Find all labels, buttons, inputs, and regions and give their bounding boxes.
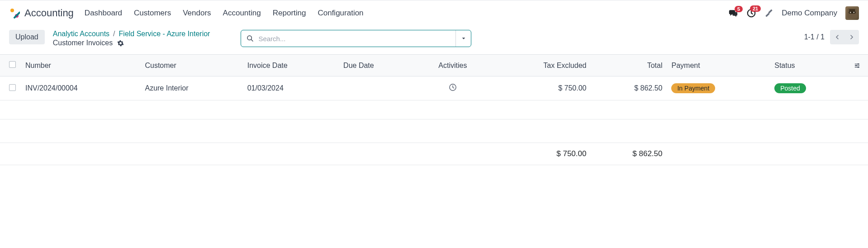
- search-icon: [247, 35, 254, 42]
- wrench-icon: [764, 9, 773, 18]
- status-badge: Posted: [774, 83, 806, 93]
- search-dropdown-toggle[interactable]: [455, 30, 471, 47]
- cell-invoice-date: 01/03/2024: [243, 76, 339, 100]
- breadcrumb-field-service[interactable]: Field Service - Azure Interior: [119, 30, 210, 38]
- svg-line-10: [251, 39, 253, 41]
- upload-button[interactable]: Upload: [9, 30, 45, 44]
- main-nav: Dashboard Customers Vendors Accounting R…: [85, 9, 364, 18]
- caret-down-icon: [461, 36, 466, 41]
- select-all-checkbox[interactable]: [9, 61, 16, 68]
- gear-icon: [117, 40, 124, 47]
- cell-tax-excluded: $ 750.00: [489, 76, 591, 100]
- topbar-right: 5 21 Demo Company: [728, 6, 859, 20]
- breadcrumb-analytic-accounts[interactable]: Analytic Accounts: [53, 30, 109, 38]
- col-invoice-date[interactable]: Invoice Date: [243, 55, 339, 76]
- app-name[interactable]: Accounting: [24, 7, 74, 19]
- topbar: Accounting Dashboard Customers Vendors A…: [0, 0, 868, 25]
- invoices-table: Number Customer Invoice Date Due Date Ac…: [0, 54, 868, 165]
- pager-text[interactable]: 1-1 / 1: [804, 33, 825, 41]
- col-customer[interactable]: Customer: [140, 55, 242, 76]
- page-title: Customer Invoices: [53, 39, 113, 47]
- svg-point-6: [850, 11, 851, 13]
- svg-point-7: [853, 11, 854, 13]
- cell-due-date: [339, 76, 416, 100]
- app-logo[interactable]: [9, 8, 20, 19]
- company-selector[interactable]: Demo Company: [782, 9, 837, 18]
- user-avatar[interactable]: [845, 6, 859, 20]
- nav-dashboard[interactable]: Dashboard: [85, 9, 122, 18]
- payment-badge: In Payment: [671, 83, 715, 93]
- settings-button[interactable]: [117, 40, 124, 47]
- col-due-date[interactable]: Due Date: [339, 55, 416, 76]
- col-activities[interactable]: Activities: [416, 55, 489, 76]
- breadcrumb-separator: /: [113, 30, 115, 38]
- table-row[interactable]: INV/2024/00004 Azure Interior 01/03/2024…: [0, 76, 868, 100]
- breadcrumb: Analytic Accounts / Field Service - Azur…: [53, 30, 210, 47]
- row-checkbox[interactable]: [9, 84, 16, 91]
- svg-point-14: [858, 63, 859, 65]
- svg-point-0: [10, 9, 14, 12]
- nav-reporting[interactable]: Reporting: [273, 9, 306, 18]
- col-total[interactable]: Total: [591, 55, 667, 76]
- col-number[interactable]: Number: [21, 55, 140, 76]
- spacer-row: [0, 100, 868, 119]
- pager-next-button[interactable]: [844, 30, 859, 44]
- total-total: $ 862.50: [591, 143, 667, 165]
- cell-activities[interactable]: [416, 76, 489, 100]
- col-status[interactable]: Status: [770, 55, 849, 76]
- chevron-right-icon: [849, 34, 854, 40]
- svg-rect-8: [849, 9, 855, 11]
- activities-button[interactable]: 21: [746, 8, 756, 18]
- tools-button[interactable]: [764, 9, 773, 18]
- svg-point-16: [858, 67, 859, 68]
- cell-customer: Azure Interior: [140, 76, 242, 100]
- activities-badge: 21: [750, 5, 761, 12]
- pager: 1-1 / 1: [804, 30, 859, 44]
- search-box: [241, 30, 471, 47]
- svg-rect-5: [849, 11, 855, 13]
- avatar-icon: [846, 7, 858, 19]
- cell-status: Posted: [770, 76, 849, 100]
- pager-prev-button[interactable]: [830, 30, 844, 44]
- clock-icon: [448, 83, 457, 92]
- messages-button[interactable]: 5: [728, 9, 738, 18]
- messages-badge: 5: [735, 6, 743, 12]
- chevron-left-icon: [835, 34, 840, 40]
- nav-vendors[interactable]: Vendors: [183, 9, 211, 18]
- control-bar: Upload Analytic Accounts / Field Service…: [0, 25, 868, 54]
- svg-point-15: [855, 65, 857, 66]
- nav-configuration[interactable]: Configuration: [318, 9, 363, 18]
- col-options[interactable]: [849, 55, 868, 76]
- nav-customers[interactable]: Customers: [134, 9, 171, 18]
- cell-number: INV/2024/00004: [21, 76, 140, 100]
- col-tax-excluded[interactable]: Tax Excluded: [489, 55, 591, 76]
- search-input[interactable]: [258, 35, 450, 43]
- sliders-icon: [854, 62, 861, 69]
- spacer-row: [0, 119, 868, 143]
- total-tax-excluded: $ 750.00: [489, 143, 591, 165]
- cell-payment: In Payment: [667, 76, 770, 100]
- totals-row: $ 750.00 $ 862.50: [0, 143, 868, 165]
- col-payment[interactable]: Payment: [667, 55, 770, 76]
- cell-total: $ 862.50: [591, 76, 667, 100]
- nav-accounting[interactable]: Accounting: [223, 9, 261, 18]
